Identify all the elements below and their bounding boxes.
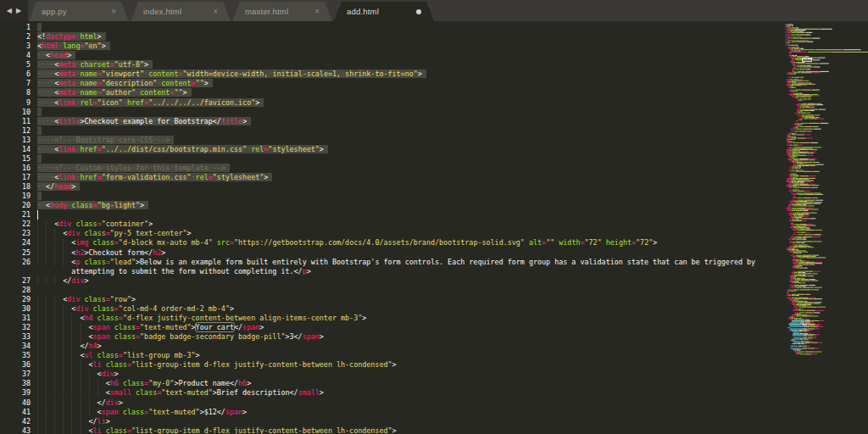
- line-number[interactable]: 14: [0, 145, 31, 154]
- code-row: <div class="py-5 text-center">: [37, 229, 783, 238]
- line-number[interactable]: 7: [0, 79, 31, 88]
- code-row: [37, 154, 783, 164]
- line-number[interactable]: 24: [0, 238, 31, 248]
- line-number[interactable]: 37: [0, 370, 31, 379]
- code-row: [37, 210, 783, 220]
- line-number[interactable]: 19: [0, 192, 31, 201]
- code-row: ····<!--·Custom·styles·for·this·template…: [37, 164, 783, 173]
- line-number[interactable]: 28: [0, 286, 31, 295]
- tab-add-html[interactable]: add.html: [334, 2, 434, 21]
- find-occurrence: Your cart: [196, 323, 234, 331]
- line-number[interactable]: 26: [0, 258, 31, 267]
- modified-dot-icon: [416, 9, 421, 14]
- text-caret: [37, 210, 38, 220]
- code-row: ····<link·href="form-validation.css"·rel…: [37, 173, 783, 182]
- code-row: <html·lang="en">: [37, 42, 783, 51]
- tab-label: app.py: [42, 7, 111, 16]
- code-editor[interactable]: 1234567891011121314151617181920212223242…: [0, 21, 868, 434]
- code-row: [37, 192, 783, 201]
- line-number[interactable]: 39: [0, 388, 31, 398]
- line-number[interactable]: 29: [0, 295, 31, 304]
- line-number[interactable]: 38: [0, 379, 31, 388]
- tab-bar: ◀ ▶ app.py × index.html × master.html × …: [0, 0, 868, 21]
- editor-window: ◀ ▶ app.py × index.html × master.html × …: [0, 0, 868, 434]
- line-number[interactable]: 13: [0, 136, 31, 145]
- line-number[interactable]: 1: [0, 23, 31, 32]
- line-number[interactable]: 10: [0, 108, 31, 117]
- minimap[interactable]: [784, 23, 868, 434]
- line-number[interactable]: 42: [0, 417, 31, 426]
- line-number[interactable]: 23: [0, 229, 31, 238]
- code-content[interactable]: <!doctype·html> <html·lang="en"> ··<head…: [37, 23, 783, 434]
- line-number[interactable]: 40: [0, 398, 31, 408]
- tab-label: index.html: [143, 7, 213, 16]
- line-number[interactable]: 9: [0, 98, 31, 108]
- code-row: ····<meta·charset="utf-8">: [37, 60, 783, 70]
- code-row: attempting to submit the form without co…: [37, 267, 783, 276]
- line-number[interactable]: 22: [0, 220, 31, 229]
- tab-app-py[interactable]: app.py ×: [29, 2, 129, 21]
- tab-index-html[interactable]: index.html ×: [131, 2, 231, 21]
- line-number[interactable]: 35: [0, 351, 31, 360]
- code-row: <div class="col-md-4 order-md-2 mb-4">: [37, 304, 783, 314]
- code-row: ··<body·class="bg-light">: [37, 201, 783, 210]
- code-row: <h4 class="d-flex justify-content-betwee…: [37, 314, 783, 323]
- line-number[interactable]: 8: [0, 88, 31, 97]
- line-number[interactable]: 11: [0, 117, 31, 126]
- line-number[interactable]: 43: [0, 426, 31, 434]
- code-row: </div>: [37, 398, 783, 408]
- code-row: [37, 108, 783, 117]
- code-row: <li class="list-group-item d-flex justif…: [37, 426, 783, 434]
- code-row: </div>: [37, 276, 783, 286]
- code-row: <p class="lead">Below is an example form…: [37, 258, 783, 267]
- code-row: </h4>: [37, 342, 783, 351]
- line-number[interactable]: 17: [0, 173, 31, 182]
- line-number-gutter: 1234567891011121314151617181920212223242…: [0, 23, 31, 434]
- line-number[interactable]: 16: [0, 164, 31, 173]
- code-row: [37, 286, 783, 295]
- tab-strip: app.py × index.html × master.html × add.…: [29, 0, 436, 21]
- line-number[interactable]: 32: [0, 323, 31, 332]
- code-row: <!doctype·html>: [37, 32, 783, 42]
- line-number[interactable]: 30: [0, 304, 31, 314]
- line-number[interactable]: 4: [0, 51, 31, 60]
- line-number[interactable]: 12: [0, 126, 31, 136]
- code-row: ··<head>: [37, 51, 783, 60]
- line-number[interactable]: 33: [0, 332, 31, 342]
- code-row: ··</head>: [37, 182, 783, 192]
- code-row: <div class="row">: [37, 295, 783, 304]
- code-row: ····<meta·name="viewport"·content="width…: [37, 70, 783, 79]
- code-row: <small class="text-muted">Brief descript…: [37, 388, 783, 398]
- line-number[interactable]: 2: [0, 32, 31, 42]
- line-number[interactable]: 31: [0, 314, 31, 323]
- line-number[interactable]: 15: [0, 154, 31, 164]
- line-number[interactable]: 41: [0, 408, 31, 417]
- code-row: ····<meta·name="author"·content="">: [37, 88, 783, 97]
- nav-back-icon[interactable]: ◀: [7, 7, 12, 14]
- line-number[interactable]: 21: [0, 210, 31, 220]
- tab-label: master.html: [245, 7, 314, 16]
- code-row: ····<link·href="../../dist/css/bootstrap…: [37, 145, 783, 154]
- line-number[interactable]: 36: [0, 360, 31, 370]
- tab-master-html[interactable]: master.html ×: [232, 2, 332, 21]
- tab-close-icon[interactable]: ×: [111, 7, 116, 16]
- line-number[interactable]: 5: [0, 60, 31, 70]
- line-number[interactable]: 3: [0, 42, 31, 51]
- code-row: ····<meta·name="description"·content="">: [37, 79, 783, 88]
- tab-close-icon[interactable]: ×: [213, 7, 218, 16]
- line-number[interactable]: [0, 267, 31, 276]
- tab-nav: ◀ ▶: [0, 0, 28, 21]
- code-row: ····<!--·Bootstrap·core·CSS·-->: [37, 136, 783, 145]
- line-number[interactable]: 6: [0, 70, 31, 79]
- line-number[interactable]: 25: [0, 248, 31, 258]
- code-row: <span class="text-muted">$12</span>: [37, 408, 783, 417]
- code-row: <h6 class="my-0">Product name</h6>: [37, 379, 783, 388]
- tab-close-icon[interactable]: ×: [314, 7, 320, 16]
- line-number[interactable]: 27: [0, 276, 31, 286]
- line-number[interactable]: 20: [0, 201, 31, 210]
- code-row: </li>: [37, 417, 783, 426]
- code-row: <div class="container">: [37, 220, 783, 229]
- line-number[interactable]: 18: [0, 182, 31, 192]
- nav-forward-icon[interactable]: ▶: [16, 7, 21, 14]
- line-number[interactable]: 34: [0, 342, 31, 351]
